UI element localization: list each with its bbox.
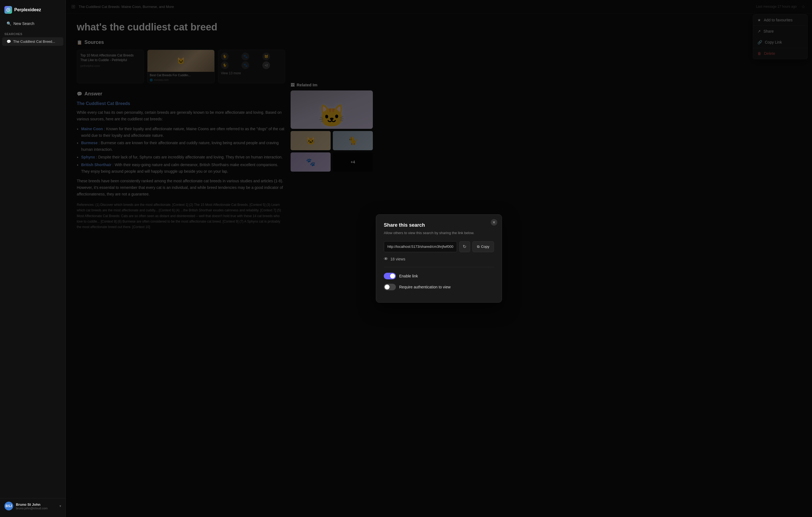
modal-title: Share this search [384, 222, 494, 228]
views-count: 18 views [390, 257, 405, 261]
copy-label: Copy [481, 245, 489, 249]
modal-refresh-button[interactable]: ↻ [459, 241, 470, 252]
chevron-down-icon: ▾ [59, 504, 61, 508]
search-item-label: The Cuddliest Cat Breed... [13, 39, 55, 44]
modal-subtitle: Allow others to view this search by shar… [384, 230, 494, 236]
user-name: Bruno St John [16, 502, 57, 507]
sidebar-item-search[interactable]: 💬 The Cuddliest Cat Breed... [2, 37, 63, 46]
enable-link-knob [390, 274, 395, 279]
modal-copy-button[interactable]: ⧉ Copy [472, 241, 494, 252]
enable-link-toggle[interactable] [384, 273, 396, 279]
share-modal: ✕ Share this search Allow others to view… [376, 214, 502, 303]
user-details: Bruno St John bruno.john@icloud.com [16, 502, 57, 510]
sidebar: Perplexideez 🔍 New Search Searches 💬 The… [0, 0, 66, 517]
modal-url-row: ↻ ⧉ Copy [384, 241, 494, 252]
app-logo: Perplexideez [0, 3, 65, 18]
modal-overlay[interactable]: ✕ Share this search Allow others to view… [66, 0, 812, 517]
search-icon: 🔍 [7, 21, 11, 26]
modal-close-button[interactable]: ✕ [491, 219, 497, 226]
require-auth-toggle[interactable] [384, 284, 396, 290]
require-auth-knob [385, 285, 389, 289]
enable-link-label: Enable link [399, 274, 418, 278]
copy-icon: ⧉ [477, 245, 480, 249]
modal-url-input[interactable] [384, 241, 457, 252]
eye-icon: 👁 [384, 257, 388, 261]
searches-section-label: Searches [0, 29, 65, 37]
user-email: bruno.john@icloud.com [16, 507, 57, 510]
modal-divider [384, 267, 494, 267]
new-search-label: New Search [13, 21, 34, 26]
user-profile[interactable]: BSJ Bruno St John bruno.john@icloud.com … [4, 501, 61, 510]
enable-link-row: Enable link [384, 273, 494, 279]
chat-icon: 💬 [7, 39, 11, 44]
avatar: BSJ [4, 501, 13, 510]
require-auth-label: Require authentication to view [399, 285, 451, 289]
app-name: Perplexideez [14, 7, 41, 12]
logo-icon [4, 6, 12, 14]
sidebar-footer: BSJ Bruno St John bruno.john@icloud.com … [0, 498, 65, 514]
views-row: 👁 18 views [384, 257, 494, 261]
main-area: ⊞ The Cuddliest Cat Breeds: Maine Coon, … [66, 0, 812, 517]
new-search-button[interactable]: 🔍 New Search [2, 19, 63, 28]
require-auth-row: Require authentication to view [384, 284, 494, 290]
